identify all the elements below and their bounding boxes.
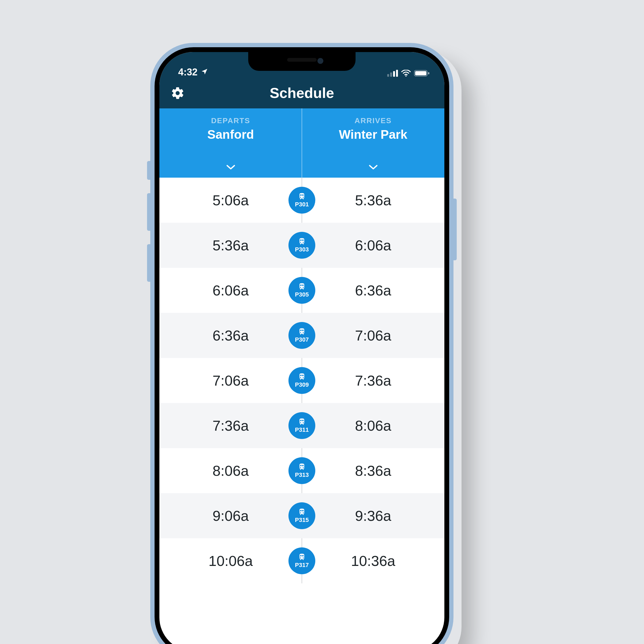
arrive-time: 5:36a: [302, 192, 444, 208]
svg-rect-6: [415, 71, 426, 75]
schedule-row[interactable]: 7:06a7:36aP309: [159, 358, 444, 403]
train-badge[interactable]: P303: [288, 232, 315, 259]
depart-time: 8:06a: [159, 462, 302, 479]
depart-time: 6:06a: [159, 282, 302, 299]
arrive-time: 7:36a: [302, 372, 444, 389]
departs-selector[interactable]: DEPARTS Sanford: [159, 108, 302, 178]
arrive-time: 8:36a: [302, 462, 444, 479]
gear-icon[interactable]: [171, 86, 185, 101]
departs-station: Sanford: [207, 127, 254, 142]
chevron-down-icon: [226, 164, 236, 171]
app-screen: 4:32: [159, 52, 444, 644]
schedule-row[interactable]: 7:36a8:06aP311: [159, 403, 444, 448]
schedule-row[interactable]: 8:06a8:36aP313: [159, 448, 444, 493]
schedule-row[interactable]: 5:06a5:36aP301: [159, 178, 444, 223]
train-code: P303: [295, 246, 309, 253]
train-code: P305: [295, 291, 309, 298]
svg-rect-0: [387, 74, 389, 77]
phone-volume-up: [147, 193, 150, 231]
phone-mute-switch: [147, 161, 150, 180]
svg-rect-7: [428, 72, 429, 74]
arrives-label: ARRIVES: [354, 116, 391, 125]
phone-notch: [248, 52, 356, 71]
cell-signal-icon: [387, 70, 398, 78]
train-icon: [298, 553, 306, 561]
train-badge[interactable]: P313: [288, 457, 315, 484]
train-code: P313: [295, 471, 309, 478]
navigation-bar: Schedule: [159, 79, 444, 108]
route-header: DEPARTS Sanford ARRIVES Winter Park: [159, 108, 444, 178]
train-code: P311: [295, 426, 309, 433]
train-icon: [298, 237, 306, 246]
depart-time: 7:06a: [159, 372, 302, 389]
depart-time: 7:36a: [159, 417, 302, 434]
train-icon: [298, 373, 306, 381]
depart-time: 6:36a: [159, 327, 302, 344]
train-icon: [298, 283, 306, 291]
arrive-time: 10:36a: [302, 552, 444, 569]
arrive-time: 6:36a: [302, 282, 444, 299]
train-badge[interactable]: P301: [288, 187, 315, 214]
phone-power-button: [453, 199, 457, 260]
depart-time: 9:06a: [159, 507, 302, 524]
train-code: P317: [295, 562, 309, 569]
train-code: P315: [295, 517, 309, 524]
train-badge[interactable]: P305: [288, 277, 315, 304]
svg-rect-3: [396, 70, 398, 77]
status-time: 4:32: [178, 67, 197, 78]
schedule-row[interactable]: 6:06a6:36aP305: [159, 268, 444, 313]
depart-time: 5:06a: [159, 192, 302, 208]
train-badge[interactable]: P309: [288, 367, 315, 394]
depart-time: 5:36a: [159, 237, 302, 254]
battery-icon: [414, 70, 430, 78]
arrive-time: 9:36a: [302, 507, 444, 524]
train-badge[interactable]: P317: [288, 547, 315, 574]
svg-rect-2: [393, 71, 395, 77]
chevron-down-icon: [368, 164, 378, 171]
schedule-row[interactable]: 10:06a10:36aP317: [159, 538, 444, 583]
train-icon: [298, 192, 306, 200]
arrive-time: 6:06a: [302, 237, 444, 254]
train-badge[interactable]: P315: [288, 502, 315, 529]
wifi-icon: [401, 70, 411, 78]
train-code: P307: [295, 336, 309, 343]
train-icon: [298, 508, 306, 516]
page-title: Schedule: [270, 85, 334, 101]
schedule-row[interactable]: 9:06a9:36aP315: [159, 493, 444, 538]
svg-point-4: [405, 75, 407, 77]
schedule-list[interactable]: 5:06a5:36aP3015:36a6:06aP3036:06a6:36aP3…: [159, 178, 444, 583]
schedule-row[interactable]: 6:36a7:06aP307: [159, 313, 444, 358]
phone-volume-down: [147, 244, 150, 282]
phone-frame: 4:32: [150, 43, 453, 644]
train-code: P309: [295, 381, 309, 388]
svg-rect-1: [390, 72, 392, 77]
departs-label: DEPARTS: [211, 116, 250, 125]
schedule-row[interactable]: 5:36a6:06aP303: [159, 223, 444, 268]
location-arrow-icon: [201, 67, 208, 78]
train-icon: [298, 328, 306, 336]
train-badge[interactable]: P307: [288, 322, 315, 349]
train-icon: [298, 418, 306, 426]
train-badge[interactable]: P311: [288, 412, 315, 439]
arrive-time: 7:06a: [302, 327, 444, 344]
arrives-station: Winter Park: [339, 127, 407, 142]
train-icon: [298, 463, 306, 471]
arrives-selector[interactable]: ARRIVES Winter Park: [302, 108, 444, 178]
arrive-time: 8:06a: [302, 417, 444, 434]
depart-time: 10:06a: [159, 552, 302, 569]
train-code: P301: [295, 201, 309, 208]
